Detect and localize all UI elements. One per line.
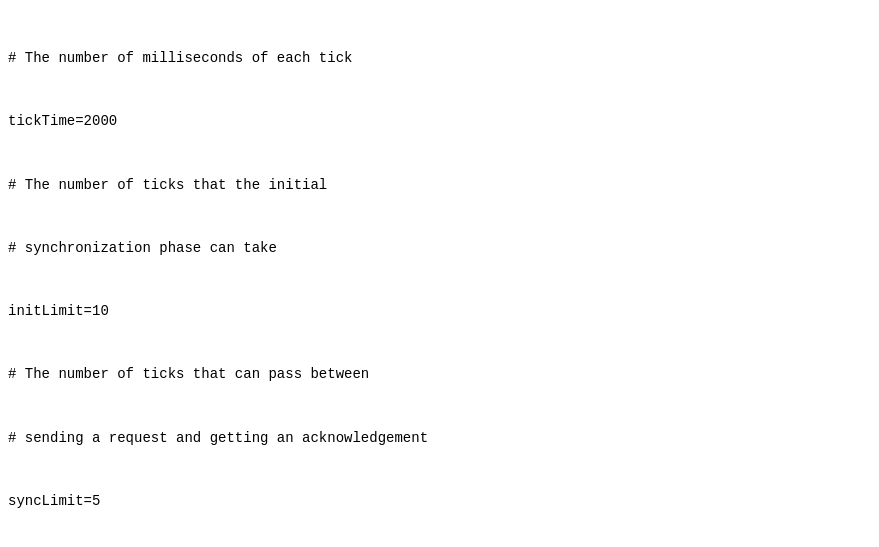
line-5: initLimit=10 <box>8 301 871 322</box>
line-2: tickTime=2000 <box>8 111 871 132</box>
line-7: # sending a request and getting an ackno… <box>8 428 871 449</box>
line-6: # The number of ticks that can pass betw… <box>8 364 871 385</box>
line-1: # The number of milliseconds of each tic… <box>8 48 871 69</box>
code-display: # The number of milliseconds of each tic… <box>8 6 871 547</box>
line-3: # The number of ticks that the initial <box>8 175 871 196</box>
line-8: syncLimit=5 <box>8 491 871 512</box>
line-4: # synchronization phase can take <box>8 238 871 259</box>
